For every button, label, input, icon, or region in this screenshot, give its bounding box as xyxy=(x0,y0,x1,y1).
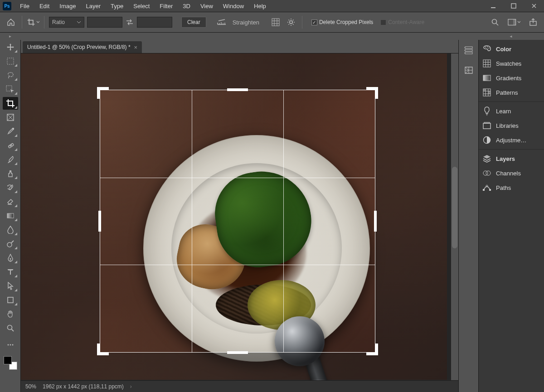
svg-point-26 xyxy=(487,47,488,48)
crop-grid-line xyxy=(283,90,284,352)
document-tab-bar: Untitled-1 @ 50% (Crop Preview, RGB/8) *… xyxy=(21,40,458,53)
crop-handle-tl[interactable] xyxy=(97,87,109,99)
tool-dodge[interactable] xyxy=(3,237,18,250)
properties-panel-icon[interactable] xyxy=(463,64,475,76)
crop-handle-left[interactable] xyxy=(98,211,101,232)
toolbox xyxy=(0,40,21,392)
tool-clone[interactable] xyxy=(3,167,18,180)
svg-rect-0 xyxy=(491,7,495,8)
tool-history-brush[interactable] xyxy=(3,181,18,194)
straighten-icon[interactable] xyxy=(215,16,228,29)
panel-patterns[interactable]: Patterns xyxy=(479,85,544,100)
svg-rect-29 xyxy=(483,75,491,81)
crop-handle-br[interactable] xyxy=(366,344,378,355)
menu-view[interactable]: View xyxy=(195,0,218,12)
crop-handle-top[interactable] xyxy=(227,88,248,91)
tool-shape[interactable] xyxy=(3,294,18,306)
menu-image[interactable]: Image xyxy=(54,0,81,12)
menu-select[interactable]: Select xyxy=(128,0,155,12)
panel-channels[interactable]: Channels xyxy=(479,166,544,180)
crop-width-input[interactable] xyxy=(87,17,122,28)
zoom-level[interactable]: 50% xyxy=(25,383,36,390)
app-logo: Ps xyxy=(3,2,11,10)
panel-libraries[interactable]: Libraries xyxy=(479,118,544,133)
straighten-label[interactable]: Straighten xyxy=(233,19,259,26)
share-icon[interactable] xyxy=(527,16,539,29)
panel-learn[interactable]: Learn xyxy=(479,104,544,118)
crop-handle-bottom[interactable] xyxy=(227,351,248,354)
panel-layers[interactable]: Layers xyxy=(479,151,544,166)
tool-lasso[interactable] xyxy=(3,69,18,82)
foreground-color-swatch[interactable] xyxy=(4,356,12,364)
svg-rect-31 xyxy=(483,89,486,91)
content-aware-checkbox[interactable]: Content-Aware xyxy=(380,19,424,25)
document-dimensions: 1962 px x 1442 px (118,11 ppcm) xyxy=(43,383,124,390)
document-tab-title: Untitled-1 @ 50% (Crop Preview, RGB/8) * xyxy=(27,44,131,50)
clear-button[interactable]: Clear xyxy=(181,17,206,28)
tool-quick-select[interactable] xyxy=(3,83,18,96)
home-icon[interactable] xyxy=(5,16,17,29)
tool-gradient[interactable] xyxy=(3,209,18,222)
tool-crop[interactable] xyxy=(3,97,18,110)
crop-height-input[interactable] xyxy=(137,17,172,28)
panel-swatches[interactable]: Swatches xyxy=(479,56,544,71)
panel-adjustments[interactable]: Adjustme… xyxy=(479,133,544,147)
crop-tool-indicator-icon[interactable] xyxy=(27,16,39,29)
status-bar: 50% 1962 px x 1442 px (118,11 ppcm) › xyxy=(21,380,458,392)
delete-cropped-checkbox[interactable]: Delete Cropped Pixels xyxy=(311,19,373,25)
menu-file[interactable]: File xyxy=(15,0,34,12)
tool-path-select[interactable] xyxy=(3,280,18,292)
tool-healing[interactable] xyxy=(3,139,18,152)
tool-more-icon[interactable] xyxy=(3,339,18,351)
tool-brush[interactable] xyxy=(3,153,18,166)
paths-icon xyxy=(482,183,491,192)
chevron-right-icon[interactable]: › xyxy=(130,383,132,390)
svg-point-36 xyxy=(483,171,488,175)
menu-filter[interactable]: Filter xyxy=(155,0,178,12)
crop-settings-icon[interactable] xyxy=(285,16,297,29)
menu-type[interactable]: Type xyxy=(106,0,128,12)
menu-edit[interactable]: Edit xyxy=(34,0,54,12)
tool-move[interactable] xyxy=(3,41,18,53)
tool-pen[interactable] xyxy=(3,252,18,264)
crop-handle-bl[interactable] xyxy=(97,344,109,355)
menu-window[interactable]: Window xyxy=(218,0,249,12)
crop-handle-right[interactable] xyxy=(374,211,377,232)
aspect-ratio-dropdown[interactable]: Ratio xyxy=(49,17,84,28)
tool-type[interactable] xyxy=(3,266,18,278)
crop-grid-line xyxy=(100,265,375,265)
tool-blur[interactable] xyxy=(3,223,18,236)
tool-hand[interactable] xyxy=(3,308,18,320)
color-swatches[interactable] xyxy=(4,356,17,370)
document-tab[interactable]: Untitled-1 @ 50% (Crop Preview, RGB/8) *… xyxy=(23,41,142,53)
tool-frame[interactable] xyxy=(3,111,18,124)
overlay-grid-icon[interactable] xyxy=(269,16,282,29)
swap-dimensions-button[interactable] xyxy=(125,19,134,25)
menu-3d[interactable]: 3D xyxy=(178,0,195,12)
tool-eraser[interactable] xyxy=(3,195,18,208)
tool-marquee[interactable] xyxy=(3,55,18,68)
svg-point-37 xyxy=(486,171,491,175)
tool-eyedropper[interactable] xyxy=(3,125,18,138)
scrollbar-thumb[interactable] xyxy=(452,167,457,248)
vertical-scrollbar[interactable] xyxy=(451,53,458,380)
crop-box[interactable] xyxy=(100,90,375,353)
search-icon[interactable] xyxy=(489,16,501,29)
panel-color[interactable]: Color xyxy=(479,42,544,56)
menu-layer[interactable]: Layer xyxy=(81,0,106,12)
window-close-button[interactable] xyxy=(524,0,544,12)
toolbox-collapse-icon[interactable]: ► xyxy=(0,34,21,39)
panel-paths[interactable]: Paths xyxy=(479,180,544,195)
window-maximize-button[interactable] xyxy=(503,0,524,12)
window-minimize-button[interactable] xyxy=(483,0,503,12)
panels-collapse-icon[interactable]: ◄ xyxy=(478,34,544,39)
workspace-icon[interactable] xyxy=(508,16,520,29)
menu-help[interactable]: Help xyxy=(249,0,271,12)
history-panel-icon[interactable] xyxy=(463,44,475,56)
panel-gradients[interactable]: Gradients xyxy=(479,71,544,85)
canvas[interactable] xyxy=(21,53,458,380)
svg-point-15 xyxy=(7,242,12,247)
close-icon[interactable]: × xyxy=(134,44,138,51)
crop-handle-tr[interactable] xyxy=(366,87,378,99)
tool-zoom[interactable] xyxy=(3,322,18,334)
